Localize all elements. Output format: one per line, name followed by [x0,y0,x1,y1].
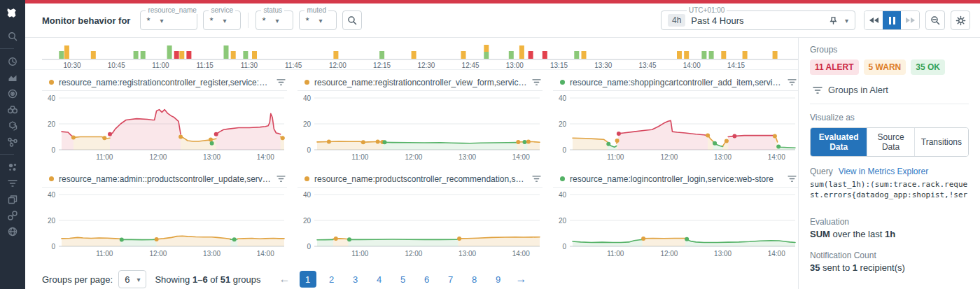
timeline-status-bar[interactable] [224,45,229,59]
search-button[interactable] [342,10,362,30]
timeline-status-bar[interactable] [141,51,146,59]
page-number-6[interactable]: 6 [419,271,435,288]
prev-page-arrow[interactable]: ← [279,273,290,286]
timeline-status-bar[interactable] [484,52,489,59]
timeline-status-bar[interactable] [64,45,69,59]
timeline-status-bar[interactable] [231,51,236,59]
app-window: Monitor behavior for resource_name * ▾ s… [0,0,980,289]
settings-button[interactable] [951,10,970,30]
chart-plot[interactable]: 0204011:0012:0013:0014:00 [553,91,798,164]
timeline-status-bar[interactable] [582,51,587,59]
status-badge-alert[interactable]: 11 ALERT [810,59,859,75]
x-tick-label: 12:00 [149,153,167,161]
timeline-status-bar[interactable] [243,51,248,59]
pause-button[interactable] [883,11,901,29]
timeline-status-bar[interactable] [461,51,466,59]
rewind-button[interactable] [864,11,883,29]
timeline-status-bar[interactable] [684,51,689,59]
visualize-tab-source-data[interactable]: Source Data [867,128,914,156]
chart-filter-button[interactable] [276,76,286,89]
timeline-status-bar[interactable] [252,51,257,59]
filter-status[interactable]: status * ▾ [255,10,293,30]
timeline-status-bar[interactable] [701,51,706,59]
timeline-status-bar[interactable] [509,51,514,59]
next-page-arrow[interactable]: → [516,273,527,286]
chart-filter-button[interactable] [532,173,541,185]
per-page-dropdown[interactable]: 6 ▾ [118,270,146,288]
page-number-2[interactable]: 2 [323,271,340,288]
timeline-status-bar[interactable] [743,51,748,59]
zoom-out-button[interactable] [925,10,945,30]
chart-filter-button[interactable] [788,76,797,89]
page-number-5[interactable]: 5 [395,271,412,288]
chart-filter-button[interactable] [788,173,797,185]
timeline-status-bar[interactable] [186,51,191,59]
pin-icon[interactable] [829,16,838,25]
x-tick-label: 12:00 [149,250,167,258]
metrics-explorer-link[interactable]: View in Metrics Explorer [839,167,928,176]
timeline-status-bar[interactable] [134,51,139,59]
transition-marker-dot [209,138,213,142]
sidebar-radar-icon[interactable] [0,85,25,101]
forward-button[interactable] [901,11,919,29]
evaluation-value: SUM over the last 1h [810,229,969,239]
timeline-status-bar[interactable] [333,51,338,59]
datadog-logo[interactable] [0,0,25,28]
timeline-status-bar[interactable] [412,51,416,59]
timeline-status-bar[interactable] [677,51,682,59]
timeline-status-bar[interactable] [542,51,547,59]
time-range-selector[interactable]: UTC+01:00 4h Past 4 Hours ▾ [661,10,855,30]
timeline-status-bar[interactable] [59,51,64,59]
page-number-9[interactable]: 9 [490,271,507,288]
status-timeline-plot[interactable]: 10:3010:4511:0011:1511:3011:4512:0012:15… [42,41,798,70]
filter-service[interactable]: service * ▾ [203,10,241,30]
y-tick-label: 0 [562,243,566,251]
timeline-status-bar[interactable] [709,51,714,59]
chart-filter-button[interactable] [276,173,286,185]
sidebar-history-icon[interactable] [0,53,25,69]
timeline-status-bar[interactable] [174,51,179,59]
filter-resource-name[interactable]: resource_name * ▾ [140,10,197,30]
timeline-status-bar[interactable] [167,45,172,59]
status-badge-ok[interactable]: 35 OK [911,59,945,75]
chart-title: resource_name:registrationcontroller_vie… [314,78,528,87]
transition-marker-dot [178,135,183,139]
page-number-7[interactable]: 7 [442,271,459,288]
sidebar-search-icon[interactable] [0,28,25,44]
chart-plot[interactable]: 0204011:0012:0013:0014:00 [298,91,542,164]
chart-plot[interactable]: 0204011:0012:0013:0014:00 [553,188,798,260]
timeline-status-bar[interactable] [179,51,184,59]
visualize-tab-evaluated-data[interactable]: Evaluated Data [811,128,867,156]
page-number-3[interactable]: 3 [347,271,364,288]
page-number-8[interactable]: 8 [466,271,483,288]
timeline-status-bar[interactable] [528,51,533,59]
sidebar-chain-icon[interactable] [0,207,25,223]
timeline-status-bar[interactable] [484,45,489,52]
timeline-status-bar[interactable] [379,51,384,59]
timeline-status-bar[interactable] [519,45,524,59]
timeline-status-bar[interactable] [574,51,579,59]
visualize-tab-transitions[interactable]: Transitions [915,128,968,156]
sidebar-globe-icon[interactable] [0,223,25,239]
sidebar-area-chart-icon[interactable] [0,69,25,85]
timeline-status-bar[interactable] [773,51,778,59]
filter-muted[interactable]: muted * ▾ [299,10,337,30]
page-number-4[interactable]: 4 [371,271,388,288]
timeline-status-bar[interactable] [721,51,726,59]
timeline-status-bar[interactable] [91,51,96,59]
sidebar-graph-nodes-icon[interactable] [0,134,25,150]
chart-plot[interactable]: 0204011:0012:0013:0014:00 [298,188,542,260]
sidebar-cluster-dots-icon[interactable] [0,159,25,175]
visualize-as-label: Visualize as [810,113,969,122]
chart-plot[interactable]: 0204011:0012:0013:0014:00 [42,188,287,260]
page-number-1[interactable]: 1 [300,271,316,288]
sidebar-windows-icon[interactable] [0,191,25,207]
sidebar-binoculars-icon[interactable] [0,101,25,118]
groups-in-alert-link[interactable]: Groups in Alert [810,83,969,104]
sidebar-funnel-lines-icon[interactable] [0,175,25,191]
chart-plot[interactable]: 0204011:0012:0013:0014:00 [42,91,287,164]
chart-filter-button[interactable] [532,76,541,89]
sidebar-hexagon-stack-icon[interactable] [0,118,25,134]
status-badge-warn[interactable]: 5 WARN [864,59,906,75]
filter-funnel-icon [532,78,541,86]
